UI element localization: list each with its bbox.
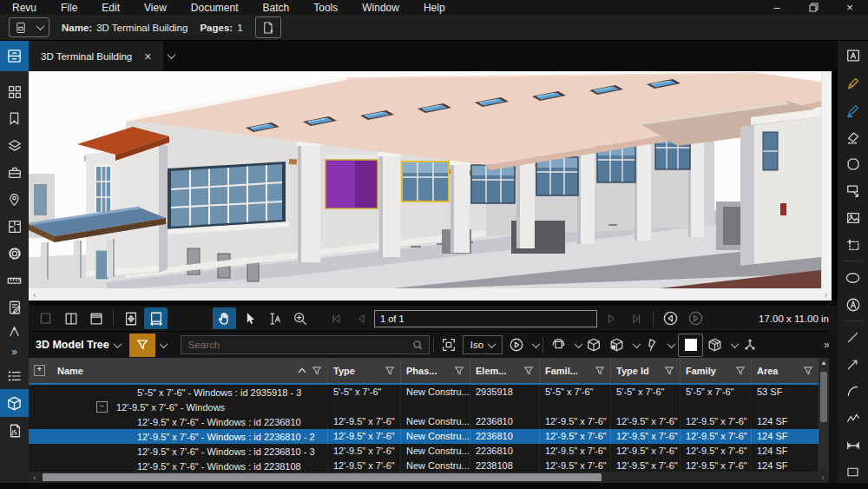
funnel-icon[interactable]: [523, 366, 534, 376]
fit-width-button[interactable]: [144, 307, 168, 329]
table-row-group[interactable]: −12'-9.5" x 7'-6" - Windows: [29, 400, 829, 414]
3d-model-view[interactable]: ‹›: [29, 71, 832, 301]
sidebar-item-measurements[interactable]: [0, 267, 29, 294]
select-text-button[interactable]: [263, 307, 286, 329]
tool-ellipse[interactable]: [838, 264, 868, 291]
render-mode-button[interactable]: [605, 334, 628, 356]
funnel-icon[interactable]: [803, 366, 813, 376]
next-view-button[interactable]: [684, 307, 707, 329]
panel-title[interactable]: 3D Model Tree: [36, 339, 121, 351]
sidebar-item-3d-model-tree[interactable]: [0, 389, 29, 417]
view-horizontal-scrollbar[interactable]: ‹›: [29, 288, 832, 301]
tool-callout[interactable]: [838, 177, 868, 204]
scroll-left-icon[interactable]: ‹: [33, 290, 36, 300]
column-header-family[interactable]: Family: [681, 358, 752, 383]
tool-cloud[interactable]: [838, 150, 868, 177]
tool-arrow[interactable]: [838, 351, 868, 378]
fit-page-button[interactable]: [119, 307, 142, 329]
column-header-phase[interactable]: Phas...: [401, 358, 470, 383]
sort-ascending-icon[interactable]: [298, 367, 306, 373]
sidebar-item-tool-chest[interactable]: [0, 159, 29, 186]
scroll-right-icon[interactable]: ›: [817, 473, 829, 482]
filter-button[interactable]: [129, 334, 155, 357]
sidebar-item-bookmarks[interactable]: [0, 105, 29, 132]
tab-close-icon[interactable]: ×: [144, 50, 151, 63]
cube-view-button[interactable]: [582, 334, 605, 356]
column-header-family-type[interactable]: Famil...: [540, 358, 611, 383]
funnel-icon[interactable]: [664, 366, 674, 376]
menu-window[interactable]: Window: [350, 2, 411, 14]
zoom-tool-button[interactable]: [288, 307, 312, 329]
play-animation-button[interactable]: [504, 334, 528, 356]
sidebar-expand-button[interactable]: »: [0, 341, 29, 362]
tool-image[interactable]: [838, 204, 868, 231]
previous-page-button[interactable]: [349, 307, 372, 329]
view-preset-select[interactable]: Iso: [463, 335, 503, 354]
search-input[interactable]: [187, 339, 407, 351]
insert-page-button[interactable]: [255, 17, 281, 38]
split-horizontal-button[interactable]: [84, 307, 108, 329]
menu-batch[interactable]: Batch: [251, 2, 302, 14]
tool-rectangle[interactable]: [838, 459, 868, 486]
view-vertical-scrollbar[interactable]: [821, 71, 832, 288]
orbit-tool-button[interactable]: [547, 334, 570, 356]
search-box[interactable]: [181, 335, 430, 354]
funnel-icon[interactable]: [454, 366, 464, 376]
expand-all-icon[interactable]: +: [34, 365, 45, 376]
menu-help[interactable]: Help: [411, 2, 457, 14]
table-row[interactable]: 12'-9.5" x 7'-6" - Windows : id 2236810 …: [29, 444, 829, 459]
menu-edit[interactable]: Edit: [89, 2, 132, 14]
zoom-extents-button[interactable]: [437, 334, 461, 356]
menu-view[interactable]: View: [132, 2, 179, 14]
sidebar-item-javascript[interactable]: [0, 417, 29, 444]
tool-dimension[interactable]: [838, 432, 868, 459]
axes-button[interactable]: [738, 334, 761, 356]
tab-3d-terminal-building[interactable]: 3D Terminal Building ×: [29, 41, 163, 71]
column-header-area[interactable]: Area: [752, 358, 819, 383]
sidebar-item-spaces[interactable]: [0, 213, 29, 240]
lighting-options-chevron-icon[interactable]: [667, 340, 676, 348]
column-header-name[interactable]: + Name: [29, 358, 328, 383]
column-header-element[interactable]: Elem...: [470, 358, 540, 383]
restore-icon[interactable]: [795, 0, 832, 15]
collapse-expander-icon[interactable]: −: [96, 401, 108, 413]
table-row[interactable]: 12'-9.5" x 7'-6" - Windows : id 2236810 …: [29, 414, 829, 429]
tool-eraser[interactable]: [838, 123, 868, 150]
tool-label[interactable]: [838, 291, 868, 318]
scroll-right-icon[interactable]: ›: [825, 290, 827, 300]
sidebar-item-file-access[interactable]: [0, 41, 29, 71]
next-page-button[interactable]: [599, 307, 622, 329]
single-page-button[interactable]: [34, 307, 57, 329]
close-icon[interactable]: ×: [832, 0, 868, 15]
sidebar-item-layers[interactable]: [0, 132, 29, 159]
menu-revu[interactable]: Revu: [0, 2, 49, 14]
scrollbar-thumb[interactable]: [43, 473, 602, 481]
table-row-selected[interactable]: 12'-9.5" x 7'-6" - Windows : id 2236810 …: [29, 429, 829, 444]
document-menu-button[interactable]: [9, 17, 49, 37]
column-header-type-id[interactable]: Type Id: [611, 358, 681, 383]
lighting-button[interactable]: [640, 334, 663, 356]
table-vertical-scrollbar[interactable]: ▲: [819, 358, 829, 472]
sidebar-item-markup[interactable]: [0, 294, 29, 320]
minimize-icon[interactable]: –: [759, 0, 795, 15]
tab-list-chevron-icon[interactable]: [168, 50, 176, 59]
sidebar-item-places[interactable]: [0, 186, 29, 213]
sidebar-item-thumbnails[interactable]: [0, 78, 29, 105]
background-color-swatch[interactable]: [678, 334, 703, 357]
scroll-up-icon[interactable]: ▲: [820, 358, 827, 368]
sidebar-item-markups-list[interactable]: [0, 362, 29, 389]
play-options-chevron-icon[interactable]: [532, 340, 541, 348]
scrollbar-thumb[interactable]: [820, 372, 827, 422]
menu-file[interactable]: File: [49, 2, 89, 14]
menu-tools[interactable]: Tools: [301, 2, 350, 14]
funnel-icon[interactable]: [735, 366, 746, 376]
sidebar-item-settings[interactable]: [0, 240, 29, 267]
table-horizontal-scrollbar[interactable]: ‹ ›: [29, 472, 829, 483]
tool-polyline[interactable]: [838, 405, 868, 432]
pan-tool-button[interactable]: [213, 307, 236, 329]
tool-snapshot[interactable]: [838, 231, 868, 258]
funnel-icon[interactable]: [312, 366, 322, 376]
last-page-button[interactable]: [624, 307, 648, 329]
scroll-left-icon[interactable]: ‹: [29, 473, 41, 482]
funnel-icon[interactable]: [385, 366, 395, 376]
